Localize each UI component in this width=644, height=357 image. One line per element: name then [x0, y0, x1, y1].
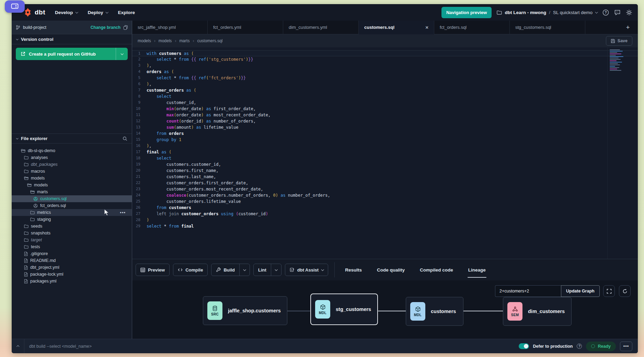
tree-item-macros[interactable]: macros — [12, 168, 132, 175]
tree-item-models[interactable]: models — [12, 182, 132, 188]
tab-stg-customers-sql[interactable]: stg_customers.sql — [510, 21, 585, 34]
tree-item-models[interactable]: models — [12, 175, 132, 182]
tree-item-dbt-packages[interactable]: dbt_packages — [12, 161, 132, 168]
tab-label: src_jaffle_shop.yml — [138, 25, 176, 30]
tree-item-customers-sql[interactable]: customers.sql — [12, 195, 132, 202]
tree-item-analyses[interactable]: analyses — [12, 154, 132, 161]
settings-gear-icon[interactable] — [626, 9, 632, 16]
lineage-selector-input[interactable]: 2+customers+2 — [495, 285, 561, 297]
line-number: 9 — [132, 100, 147, 106]
project-switcher[interactable]: dbt Learn - mwong / SL quickstart demo — [497, 10, 597, 15]
dbt-assist-button[interactable]: dbt Assist — [285, 264, 328, 276]
save-button[interactable]: Save — [606, 36, 632, 46]
chevron-down-icon — [75, 11, 78, 13]
close-tab-icon[interactable]: × — [425, 24, 428, 30]
file-icon — [24, 265, 28, 270]
file-explorer-section-header[interactable]: File explorer — [12, 134, 132, 143]
preview-button[interactable]: Preview — [136, 264, 170, 276]
more-options-button[interactable]: ••• — [620, 342, 632, 351]
new-tab-button[interactable]: + — [618, 21, 638, 34]
tree-item-label: package-lock.yml — [30, 272, 64, 277]
defer-to-production-toggle[interactable] — [519, 343, 529, 349]
line-number: 15 — [132, 137, 147, 143]
refresh-button[interactable] — [619, 285, 631, 297]
tree-item-dbt-project-yml[interactable]: dbt_project.yml — [12, 264, 132, 271]
defer-label: Defer to production — [533, 344, 573, 349]
semantic-icon — [512, 306, 518, 312]
tab-label: stg_customers.sql — [515, 25, 551, 30]
button-label: Compile — [185, 267, 203, 273]
defer-help-icon[interactable]: ? — [577, 344, 582, 349]
update-graph-button[interactable]: Update Graph — [561, 285, 600, 297]
navigation-preview-button[interactable]: Navigation preview — [441, 7, 492, 18]
breadcrumb-separator: › — [175, 38, 176, 43]
tree-item--gitignore[interactable]: .gitignore — [12, 250, 132, 257]
folder-open-icon — [30, 190, 35, 194]
panel-tab-results[interactable]: Results — [345, 259, 362, 280]
tree-item-marts[interactable]: marts — [12, 188, 132, 195]
tree-item-label: packages.yml — [30, 279, 56, 284]
feedback-icon[interactable] — [614, 9, 621, 16]
pr-dropdown-caret[interactable] — [116, 48, 128, 60]
tree-item-packages-yml[interactable]: packages.yml — [12, 278, 132, 285]
panel-tabs: ResultsCode qualityCompiled codeLineage — [340, 259, 486, 280]
dbt-logo[interactable]: dbt — [23, 8, 45, 17]
line-number: 19 — [132, 161, 147, 168]
dropdown-caret[interactable] — [271, 264, 281, 276]
tab-fct-orders-sql[interactable]: fct_orders.sql — [434, 21, 510, 34]
ide-status-badge[interactable]: Ready — [586, 342, 616, 351]
tree-item-snapshots[interactable]: snapshots — [12, 230, 132, 237]
tree-item-readme-md[interactable]: README.md — [12, 257, 132, 264]
help-icon[interactable]: ? — [602, 9, 609, 16]
panel-tab-compiled-code[interactable]: Compiled code — [420, 259, 453, 280]
lint-button[interactable]: Lint — [253, 264, 281, 276]
build-button[interactable]: Build — [211, 264, 250, 276]
tree-item-staging[interactable]: staging — [12, 216, 132, 223]
search-icon[interactable] — [123, 136, 127, 141]
tab-fct-orders-yml[interactable]: fct_orders.yml — [208, 21, 283, 34]
tree-item-db-sl-qs-demo[interactable]: db-sl-qs-demo — [12, 147, 132, 154]
lineage-edge — [285, 311, 310, 311]
dropdown-caret[interactable] — [239, 264, 250, 276]
expand-command-bar-chevron[interactable] — [17, 345, 19, 347]
menu-develop[interactable]: Develop — [55, 10, 78, 15]
lineage-node-jaffle-shop-customers[interactable]: SRCjaffle_shop.customers — [203, 296, 287, 325]
code-editor[interactable]: 1with customers as (2 select * from {{ r… — [132, 47, 638, 259]
command-input[interactable]: dbt build --select <model_name> — [29, 344, 92, 349]
tree-item-target[interactable]: target — [12, 237, 132, 243]
line-number: 12 — [132, 118, 147, 124]
tree-item-seeds[interactable]: seeds — [12, 223, 132, 230]
minimap[interactable] — [610, 49, 627, 71]
code-line: 16), — [132, 143, 638, 149]
version-control-section-header[interactable]: Version control — [12, 34, 132, 44]
chevron-down-icon — [595, 11, 598, 13]
tab-customers-sql[interactable]: customers.sql× — [359, 21, 434, 34]
tree-item-fct-orders-sql[interactable]: fct_orders.sql — [12, 202, 132, 209]
breadcrumb: models›models›marts›customers.sql — [138, 38, 222, 43]
folder-icon — [30, 210, 35, 215]
lineage-canvas[interactable]: 2+customers+2 Update Graph SRCjaffle_sho… — [132, 280, 638, 339]
more-actions-icon[interactable]: ••• — [120, 210, 128, 215]
tree-item-package-lock-yml[interactable]: package-lock.yml — [12, 271, 132, 278]
tab-dim-customers-yml[interactable]: dim_customers.yml — [283, 21, 359, 34]
fullscreen-button[interactable] — [603, 285, 615, 297]
tree-item-metrics[interactable]: metrics••• — [12, 209, 132, 216]
menu-explore[interactable]: Explore — [118, 10, 135, 15]
change-branch-link[interactable]: Change branch — [91, 25, 120, 30]
chevron-down-icon — [16, 137, 19, 139]
copy-icon[interactable] — [123, 25, 128, 30]
tree-item-tests[interactable]: tests — [12, 243, 132, 250]
folder-open-icon — [21, 149, 25, 153]
compile-button[interactable]: Compile — [173, 264, 208, 276]
badge-label: MDL — [319, 311, 327, 315]
panel-tab-code-quality[interactable]: Code quality — [377, 259, 405, 280]
menu-deploy[interactable]: Deploy — [88, 10, 108, 15]
tab-label: fct_orders.sql — [440, 25, 467, 30]
lineage-node-stg-customers[interactable]: MDLstg_customers — [310, 293, 378, 325]
panel-tab-lineage[interactable]: Lineage — [468, 259, 486, 280]
lineage-node-customers[interactable]: MDLcustomers — [406, 297, 463, 326]
button-label: Build — [223, 267, 235, 273]
tab-src-jaffle-shop-yml[interactable]: src_jaffle_shop.yml — [132, 21, 208, 34]
lineage-node-dim-customers[interactable]: SEMdim_customers — [503, 297, 572, 326]
create-pr-button[interactable]: Create a pull request on GitHub — [16, 48, 128, 60]
